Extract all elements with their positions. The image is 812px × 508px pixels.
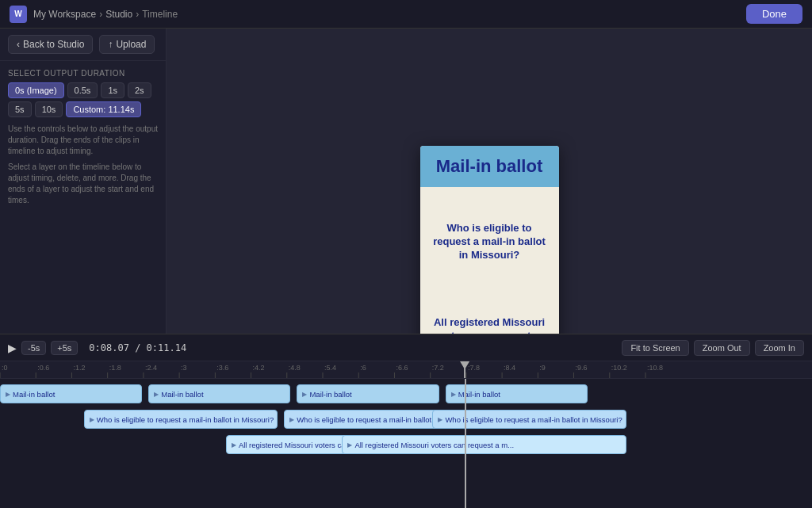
track-clip[interactable]: ▶Mail-in ballot bbox=[148, 384, 290, 403]
svg-text::6: :6 bbox=[360, 364, 366, 372]
track-clip[interactable]: ▶Mail-in ballot bbox=[297, 384, 439, 403]
svg-text::8.4: :8.4 bbox=[504, 364, 515, 372]
zoom-out-button[interactable]: Zoom Out bbox=[694, 340, 750, 356]
duration-1s-button[interactable]: 1s bbox=[101, 82, 124, 98]
duration-row-1: 0s (Image) 0.5s 1s 2s bbox=[8, 82, 158, 98]
track-clip[interactable]: ▶Who is eligible to request a mail-in ba… bbox=[84, 410, 278, 429]
track-row-1: ▶Who is eligible to request a mail-in ba… bbox=[0, 407, 812, 431]
ruler-svg: :0:0.6:1.2:1.8:2.4:3:3.6:4.2:4.8:5.4:6:6… bbox=[0, 361, 812, 379]
timeline-panel: ▶ -5s +5s 0:08.07 / 0:11.14 Fit to Scree… bbox=[0, 334, 812, 508]
timecode-display: 0:08.07 / 0:11.14 bbox=[89, 342, 186, 353]
topbar: W My Workspace › Studio › Timeline Done bbox=[0, 0, 812, 29]
card-title: Mail-in ballot bbox=[428, 157, 551, 176]
duration-custom-button[interactable]: Custom: 11.14s bbox=[66, 101, 141, 117]
svg-text::6.6: :6.6 bbox=[396, 364, 408, 372]
track-clip[interactable]: ▶Mail-in ballot bbox=[446, 384, 588, 403]
skip-forward-button[interactable]: +5s bbox=[51, 341, 78, 355]
svg-text::1.2: :1.2 bbox=[73, 364, 85, 372]
duration-0s-button[interactable]: 0s (Image) bbox=[8, 82, 64, 98]
svg-text::4.2: :4.2 bbox=[253, 364, 265, 372]
breadcrumb-current: Timeline bbox=[142, 9, 178, 20]
clip-label: All registered Missouri voters can reque… bbox=[354, 441, 514, 449]
clip-icon: ▶ bbox=[438, 416, 442, 423]
clip-icon: ▶ bbox=[302, 391, 307, 398]
duration-0-5s-button[interactable]: 0.5s bbox=[67, 82, 98, 98]
svg-text::7.2: :7.2 bbox=[432, 364, 444, 372]
track-row-2: ▶All registered Missouri voters can requ… bbox=[0, 433, 812, 456]
clip-label: Mail-in ballot bbox=[13, 390, 55, 399]
duration-row-2: 5s 10s Custom: 11.14s bbox=[8, 101, 158, 117]
svg-text::10.8: :10.8 bbox=[647, 364, 663, 372]
svg-text::0: :0 bbox=[2, 364, 8, 372]
clip-icon: ▶ bbox=[6, 391, 10, 398]
track-clip[interactable]: ▶Who is eligible to request a mail-in ba… bbox=[432, 410, 626, 429]
svg-text::10.2: :10.2 bbox=[611, 364, 627, 372]
track-clip[interactable]: ▶Mail-in ballot bbox=[0, 384, 142, 403]
card-question: Who is eligible to request a mail-in bal… bbox=[428, 222, 551, 262]
breadcrumb-studio[interactable]: Studio bbox=[105, 9, 132, 20]
svg-text::4.8: :4.8 bbox=[289, 364, 301, 372]
svg-text::3.6: :3.6 bbox=[216, 364, 228, 372]
play-button[interactable]: ▶ bbox=[8, 342, 17, 354]
svg-text::0.6: :0.6 bbox=[37, 364, 49, 372]
zoom-in-button[interactable]: Zoom In bbox=[755, 340, 804, 356]
timeline-controls: ▶ -5s +5s 0:08.07 / 0:11.14 Fit to Scree… bbox=[0, 334, 812, 361]
done-button[interactable]: Done bbox=[746, 4, 802, 24]
left-toolbar: ‹ Back to Studio ↑ Upload bbox=[0, 29, 166, 61]
svg-text::7.8: :7.8 bbox=[468, 364, 480, 372]
timeline-ruler: :0:0.6:1.2:1.8:2.4:3:3.6:4.2:4.8:5.4:6:6… bbox=[0, 361, 812, 379]
clip-label: Mail-in ballot bbox=[458, 390, 500, 399]
svg-text::2.4: :2.4 bbox=[145, 364, 157, 372]
duration-10s-button[interactable]: 10s bbox=[35, 101, 63, 117]
skip-back-button[interactable]: -5s bbox=[21, 341, 46, 355]
tracks-area: ▶Mail-in ballot▶Mail-in ballot▶Mail-in b… bbox=[0, 379, 812, 508]
breadcrumb-workspace[interactable]: My Workspace bbox=[33, 9, 96, 20]
clip-icon: ▶ bbox=[451, 391, 456, 398]
breadcrumb: W My Workspace › Studio › Timeline bbox=[10, 6, 178, 23]
select-output-label: SELECT OUTPUT DURATION bbox=[8, 69, 158, 78]
fit-to-screen-button[interactable]: Fit to Screen bbox=[622, 340, 688, 356]
clip-icon: ▶ bbox=[232, 441, 236, 449]
track-row-0: ▶Mail-in ballot▶Mail-in ballot▶Mail-in b… bbox=[0, 382, 812, 406]
track-clip[interactable]: ▶All registered Missouri voters can requ… bbox=[342, 435, 626, 454]
back-to-studio-button[interactable]: ‹ Back to Studio bbox=[8, 35, 93, 54]
clip-label: Who is eligible to request a mail-in bal… bbox=[445, 415, 622, 424]
duration-2s-button[interactable]: 2s bbox=[128, 82, 151, 98]
clip-icon: ▶ bbox=[347, 441, 352, 449]
select-output-section: SELECT OUTPUT DURATION 0s (Image) 0.5s 1… bbox=[0, 61, 166, 219]
app-logo: W bbox=[10, 6, 27, 23]
svg-text::9: :9 bbox=[539, 364, 546, 372]
clip-label: Mail-in ballot bbox=[161, 390, 203, 399]
clip-icon: ▶ bbox=[289, 416, 294, 423]
hint-text: Use the controls below to adjust the out… bbox=[8, 124, 158, 206]
clip-label: Mail-in ballot bbox=[309, 390, 351, 399]
upload-button[interactable]: ↑ Upload bbox=[99, 35, 155, 54]
card-header: Mail-in ballot bbox=[420, 146, 559, 187]
svg-text::1.8: :1.8 bbox=[109, 364, 121, 372]
clip-icon: ▶ bbox=[90, 416, 94, 423]
svg-text::9.6: :9.6 bbox=[576, 364, 588, 372]
duration-5s-button[interactable]: 5s bbox=[8, 101, 32, 117]
svg-text::3: :3 bbox=[181, 364, 187, 372]
clip-icon: ▶ bbox=[154, 391, 159, 398]
clip-label: Who is eligible to request a mail-in bal… bbox=[97, 415, 274, 424]
svg-text::5.4: :5.4 bbox=[324, 364, 336, 372]
